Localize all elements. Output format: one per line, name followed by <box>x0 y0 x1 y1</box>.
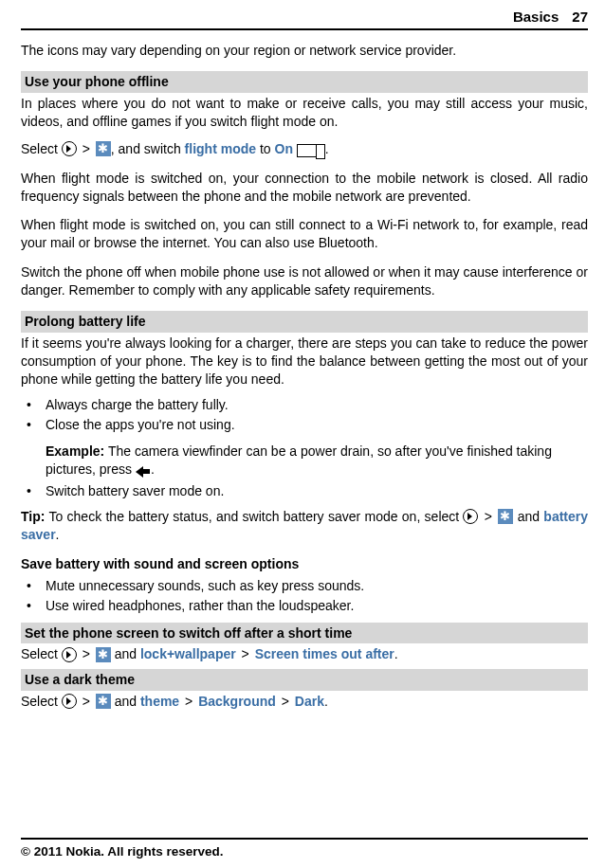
select-word: Select <box>21 646 62 661</box>
section-heading-screen: Set the phone screen to switch off after… <box>21 623 588 644</box>
screen-select-line: Select > and lock+wallpaper > Screen tim… <box>21 645 588 663</box>
gt: > <box>483 509 494 524</box>
header-chapter: Basics <box>513 8 559 27</box>
arrow-icon <box>62 647 77 662</box>
back-arrow-icon <box>136 466 151 478</box>
offline-p3: When flight mode is switched on, you can… <box>21 216 588 252</box>
tip-paragraph: Tip: To check the battery status, and sw… <box>21 508 588 544</box>
tip-and: and <box>513 509 543 524</box>
and-word: and <box>111 646 140 661</box>
gear-icon <box>96 141 111 156</box>
tip-label: Tip: <box>21 509 45 524</box>
period: . <box>56 527 60 542</box>
gt: > <box>81 694 92 709</box>
offline-p1: In places where you do not want to make … <box>21 95 588 131</box>
dark-label: Dark <box>295 694 324 709</box>
gt: > <box>81 141 92 156</box>
lock-wallpaper-label: lock+wallpaper <box>140 646 236 661</box>
and-word: and <box>111 694 140 709</box>
subheading-sound: Save battery with sound and screen optio… <box>21 555 588 573</box>
gt: > <box>81 646 92 661</box>
list-item: Switch battery saver mode on. <box>21 482 588 500</box>
list-item: Close the apps you're not using. <box>21 416 588 434</box>
offline-p4: Switch the phone off when mobile phone u… <box>21 263 588 299</box>
to-word: to <box>256 141 274 156</box>
list-item: Mute unnecessary sounds, such as key pre… <box>21 577 588 595</box>
sound-bullets: Mute unnecessary sounds, such as key pre… <box>21 577 588 615</box>
gt: > <box>240 646 251 661</box>
select-word: Select <box>21 141 58 156</box>
offline-select-line: Select > , and switch flight mode to On … <box>21 140 588 158</box>
page-footer: © 2011 Nokia. All rights reserved. <box>21 838 588 860</box>
example-block: Example: The camera viewfinder can be a … <box>21 443 588 479</box>
example-label: Example: <box>46 443 104 459</box>
example-text: The camera viewfinder can be a power dra… <box>46 443 552 477</box>
theme-label: theme <box>140 694 179 709</box>
intro-paragraph: The icons may vary depending on your reg… <box>21 42 588 60</box>
background-label: Background <box>198 694 276 709</box>
battery-bullets-2: Switch battery saver mode on. <box>21 482 588 500</box>
gear-icon <box>96 694 111 709</box>
period: . <box>151 461 155 477</box>
arrow-icon <box>62 141 77 156</box>
switch-text: , and switch <box>111 141 185 156</box>
theme-select-line: Select > and theme > Background > Dark. <box>21 693 588 711</box>
battery-p1: If it seems you're always looking for a … <box>21 335 588 389</box>
select-word: Select <box>21 694 62 709</box>
gear-icon <box>498 509 513 524</box>
gt: > <box>280 694 291 709</box>
screen-times-label: Screen times out after <box>255 646 394 661</box>
arrow-icon <box>62 694 77 709</box>
section-heading-offline: Use your phone offline <box>21 71 588 93</box>
header-page-number: 27 <box>572 8 588 27</box>
on-label: On <box>275 141 293 156</box>
toggle-icon <box>297 144 325 157</box>
offline-p2: When flight mode is switched on, your co… <box>21 170 588 206</box>
gt: > <box>183 694 194 709</box>
period: . <box>324 694 328 709</box>
section-heading-theme: Use a dark theme <box>21 669 588 691</box>
period: . <box>394 646 398 661</box>
tip-text: To check the battery status, and switch … <box>45 509 463 524</box>
flight-mode-label: flight mode <box>185 141 256 156</box>
list-item: Always charge the battery fully. <box>21 396 588 414</box>
battery-bullets-1: Always charge the battery fully. Close t… <box>21 396 588 434</box>
page-header: Basics 27 <box>21 8 588 30</box>
list-item: Use wired headphones, rather than the lo… <box>21 597 588 615</box>
section-heading-battery: Prolong battery life <box>21 311 588 333</box>
gear-icon <box>96 647 111 662</box>
arrow-icon <box>463 509 478 524</box>
period: . <box>325 141 329 156</box>
